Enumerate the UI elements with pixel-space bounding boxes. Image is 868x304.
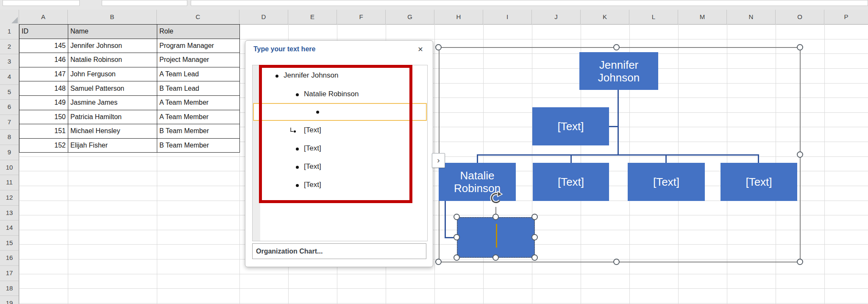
cell-b1[interactable]: Name — [68, 25, 157, 39]
column-header-e[interactable]: E — [288, 10, 337, 24]
column-header-n[interactable]: N — [727, 10, 776, 24]
row-header-19[interactable]: 19 — [0, 296, 19, 304]
column-header-p[interactable]: P — [824, 10, 868, 24]
row-header-17[interactable]: 17 — [0, 266, 19, 281]
node-handle-top-middle[interactable] — [492, 214, 499, 220]
column-header-d[interactable]: D — [239, 10, 288, 24]
cell-c7[interactable]: A Team Member — [157, 110, 240, 124]
frame-handle-top-middle[interactable] — [613, 44, 620, 50]
column-header-b[interactable]: B — [68, 10, 157, 24]
cell-c2[interactable]: Program Manager — [157, 39, 240, 53]
cell-c3[interactable]: Project Manager — [157, 53, 240, 67]
frame-handle-bottom-middle[interactable] — [613, 259, 620, 265]
text-pane-footer: Organization Chart... — [252, 243, 426, 259]
name-box[interactable] — [3, 0, 80, 6]
data-table: ID Name Role 145 Jennifer Johnson Progra… — [19, 24, 240, 153]
cell-a8[interactable]: 151 — [19, 124, 68, 139]
column-header-o[interactable]: O — [776, 10, 824, 24]
connector-assistant-stub — [609, 126, 618, 127]
org-node-assistant[interactable]: [Text] — [532, 107, 609, 145]
cell-a3[interactable]: 146 — [19, 53, 68, 67]
column-header-g[interactable]: G — [386, 10, 434, 24]
row-header-5[interactable]: 5 — [0, 85, 19, 100]
connector-drop-child3 — [665, 154, 667, 163]
smartart-text-pane: Type your text here ✕ Jennifer Johnson N… — [245, 40, 433, 267]
column-header-j[interactable]: J — [532, 10, 581, 24]
cell-c9[interactable]: B Team Member — [157, 138, 240, 153]
row-header-4[interactable]: 4 — [0, 70, 19, 85]
node-handle-top-left[interactable] — [453, 214, 460, 220]
cell-b3[interactable]: Natalie Robinson — [68, 53, 157, 67]
cell-c1[interactable]: Role — [157, 25, 240, 39]
node-handle-bottom-right[interactable] — [531, 254, 538, 261]
select-all-button[interactable] — [0, 10, 19, 24]
cell-c6[interactable]: A Team Member — [157, 95, 240, 110]
frame-handle-top-right[interactable] — [797, 44, 803, 50]
row-header-13[interactable]: 13 — [0, 206, 19, 221]
org-node-child1[interactable]: Natalie Robinson — [439, 163, 516, 201]
node-handle-bottom-middle[interactable] — [492, 254, 499, 261]
column-header-a[interactable]: A — [19, 10, 68, 24]
cell-b9[interactable]: Elijah Fisher — [68, 138, 157, 153]
cell-b5[interactable]: Samuel Patterson — [68, 81, 157, 96]
cell-b6[interactable]: Jasmine James — [68, 95, 157, 110]
column-header-c[interactable]: C — [157, 10, 239, 24]
org-node-child4[interactable]: [Text] — [721, 163, 797, 201]
grid-line-horizontal — [19, 259, 868, 259]
column-header-h[interactable]: H — [434, 10, 483, 24]
frame-handle-bottom-right[interactable] — [797, 259, 803, 265]
row-header-10[interactable]: 10 — [0, 160, 19, 176]
frame-handle-bottom-left[interactable] — [435, 259, 442, 265]
cell-b2[interactable]: Jennifer Johnson — [68, 39, 157, 53]
row-header-1[interactable]: 1 — [0, 24, 19, 39]
frame-handle-top-left[interactable] — [435, 44, 442, 50]
toolbar-box[interactable] — [102, 0, 187, 6]
row-header-9[interactable]: 9 — [0, 145, 19, 160]
rotate-handle-icon[interactable] — [488, 190, 504, 207]
node-handle-left-middle[interactable] — [453, 234, 460, 240]
row-header-16[interactable]: 16 — [0, 251, 19, 266]
org-node-child2[interactable]: [Text] — [533, 163, 609, 201]
org-node-child3[interactable]: [Text] — [628, 163, 705, 201]
excel-sheet-view: A B C D E F G H I J K L M N O P 1 2 3 4 … — [0, 0, 868, 304]
row-header-14[interactable]: 14 — [0, 220, 19, 236]
node-handle-top-right[interactable] — [531, 214, 538, 220]
row-header-8[interactable]: 8 — [0, 130, 19, 145]
row-header-11[interactable]: 11 — [0, 175, 19, 190]
column-header-i[interactable]: I — [483, 10, 532, 24]
frame-handle-right-middle[interactable] — [797, 151, 803, 158]
formula-bar[interactable] — [191, 0, 868, 6]
cell-c4[interactable]: A Team Lead — [157, 67, 240, 81]
node-handle-bottom-left[interactable] — [453, 254, 460, 261]
cell-a9[interactable]: 152 — [19, 138, 68, 153]
row-header-15[interactable]: 15 — [0, 236, 19, 251]
node-handle-right-middle[interactable] — [531, 234, 538, 240]
cell-c5[interactable]: B Team Lead — [157, 81, 240, 96]
org-node-assistant-label: [Text] — [557, 120, 584, 133]
org-node-root-label: Jennifer Johnson — [579, 59, 658, 84]
row-header-18[interactable]: 18 — [0, 281, 19, 296]
column-header-f[interactable]: F — [337, 10, 386, 24]
org-node-root[interactable]: Jennifer Johnson — [579, 52, 658, 90]
cell-b7[interactable]: Patricia Hamilton — [68, 110, 157, 124]
column-header-m[interactable]: M — [678, 10, 727, 24]
cell-a1[interactable]: ID — [19, 25, 68, 39]
cell-a4[interactable]: 147 — [19, 67, 68, 81]
column-header-l[interactable]: L — [629, 10, 678, 24]
cell-a2[interactable]: 145 — [19, 39, 68, 53]
row-header-6[interactable]: 6 — [0, 100, 19, 115]
cell-c8[interactable]: B Team Member — [157, 124, 240, 139]
cell-b8[interactable]: Michael Hensley — [68, 124, 157, 139]
connector-root-vertical — [618, 90, 619, 155]
cell-a6[interactable]: 149 — [19, 95, 68, 110]
row-header-7[interactable]: 7 — [0, 115, 19, 130]
text-pane-toggle-button[interactable]: › — [432, 153, 445, 168]
cell-b4[interactable]: John Ferguson — [68, 67, 157, 81]
cell-a5[interactable]: 148 — [19, 81, 68, 96]
column-header-k[interactable]: K — [581, 10, 629, 24]
row-header-3[interactable]: 3 — [0, 54, 19, 70]
cell-a7[interactable]: 150 — [19, 110, 68, 124]
close-icon[interactable]: ✕ — [415, 44, 426, 55]
row-header-12[interactable]: 12 — [0, 190, 19, 206]
row-header-2[interactable]: 2 — [0, 39, 19, 55]
